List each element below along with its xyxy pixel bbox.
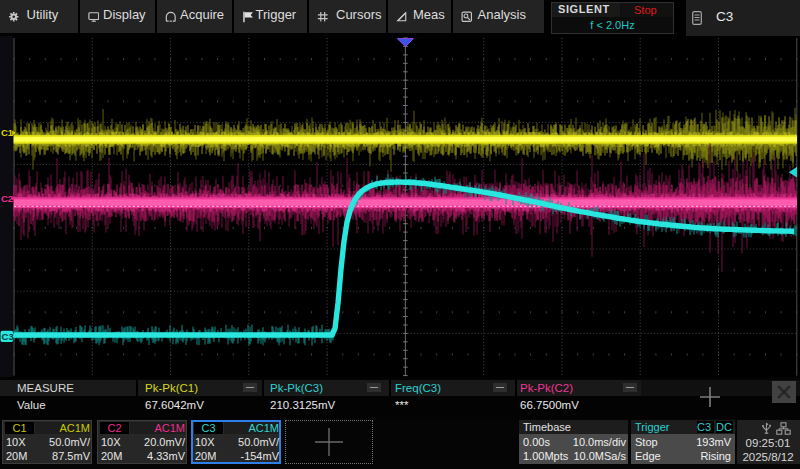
svg-text:C2: C2 xyxy=(1,193,13,204)
svg-text:C1: C1 xyxy=(1,127,14,138)
svg-text:C3: C3 xyxy=(2,331,14,342)
